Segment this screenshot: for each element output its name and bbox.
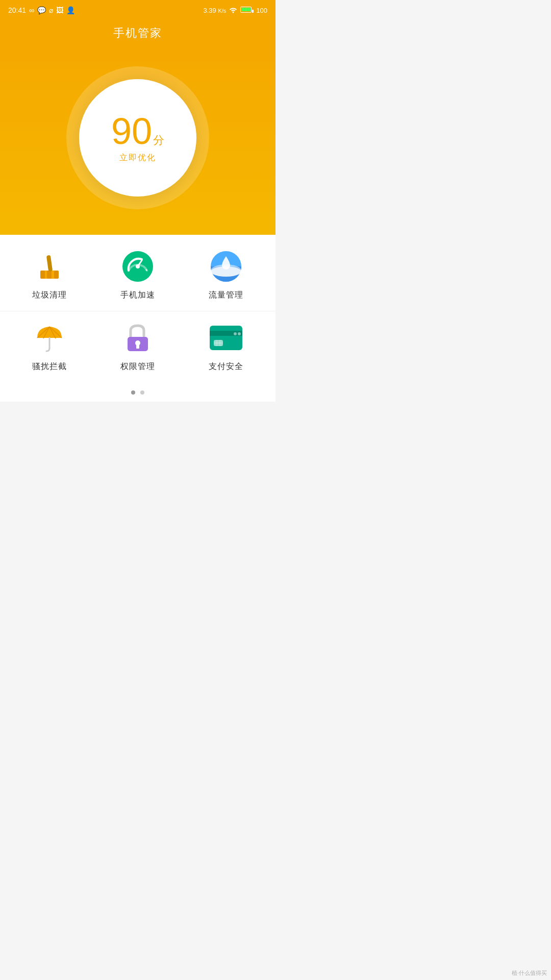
svg-rect-4 [46,255,52,272]
battery-icon [240,7,254,14]
score-ring-outer: 90 分 立即优化 [66,66,209,209]
svg-line-9 [146,270,147,271]
lock-icon-wrapper [121,322,154,354]
traffic-label: 流量管理 [209,290,243,301]
battery-level: 100 [256,7,267,14]
svg-rect-2 [47,271,52,279]
score-display: 90 分 [111,113,164,150]
score-unit: 分 [153,133,164,148]
block-item[interactable]: 骚扰拦截 [9,322,90,372]
image-icon: 🖼 [56,6,63,14]
status-left: 20:41 ∞ 💬 ⌀ 🖼 👤 [8,6,75,14]
feature-row-1: 垃圾清理 手机加速 [0,235,276,311]
svg-point-7 [136,264,140,268]
infinity-icon: ∞ [29,6,34,14]
score-value: 90 [111,113,152,150]
message-icon: 💬 [37,6,46,14]
junk-icon [35,252,64,281]
user-icon: 👤 [66,6,75,14]
feature-row-2: 骚扰拦截 权限管理 [0,311,276,382]
speed-icon-wrapper [121,250,154,283]
permission-label: 权限管理 [120,361,155,372]
traffic-item[interactable]: 流量管理 [185,250,267,301]
svg-point-29 [234,332,237,335]
svg-rect-3 [54,271,59,279]
lock-icon [123,323,152,353]
speed-icon [122,251,153,282]
svg-rect-1 [40,271,45,279]
dot-2[interactable] [140,390,144,395]
app-header: 手机管家 [0,20,276,41]
optimize-button[interactable]: 立即优化 [119,153,156,163]
usb-icon: ⌀ [49,6,53,14]
status-right: 3.39 K/s 100 [203,6,267,15]
svg-rect-24 [210,331,242,336]
umbrella-icon [34,323,65,353]
svg-rect-22 [136,345,139,349]
time-display: 20:41 [8,6,26,14]
svg-point-30 [238,332,241,335]
score-circle[interactable]: 90 分 立即优化 [79,79,196,197]
feature-grid: 垃圾清理 手机加速 [0,235,276,402]
permission-item[interactable]: 权限管理 [97,322,179,372]
wifi-icon [229,6,238,15]
traffic-icon [211,251,241,282]
app-title: 手机管家 [0,26,276,41]
payment-item[interactable]: 支付安全 [185,322,267,372]
traffic-icon-wrapper [210,250,242,283]
svg-rect-23 [210,326,242,350]
junk-icon-wrapper [33,250,66,283]
svg-line-8 [129,270,130,271]
pagination [0,382,276,402]
network-speed: 3.39 K/s [203,7,226,14]
payment-icon-wrapper [210,322,242,354]
speed-boost-label: 手机加速 [120,290,155,301]
umbrella-icon-wrapper [33,322,66,354]
hero-section[interactable]: 90 分 立即优化 [0,41,276,235]
junk-clean-label: 垃圾清理 [32,290,67,301]
block-label: 骚扰拦截 [32,361,67,372]
payment-icon [210,326,242,350]
payment-label: 支付安全 [209,361,243,372]
junk-clean-item[interactable]: 垃圾清理 [9,250,90,301]
status-bar: 20:41 ∞ 💬 ⌀ 🖼 👤 3.39 K/s 100 [0,0,276,20]
dot-1[interactable] [131,390,135,395]
speed-boost-item[interactable]: 手机加速 [97,250,179,301]
